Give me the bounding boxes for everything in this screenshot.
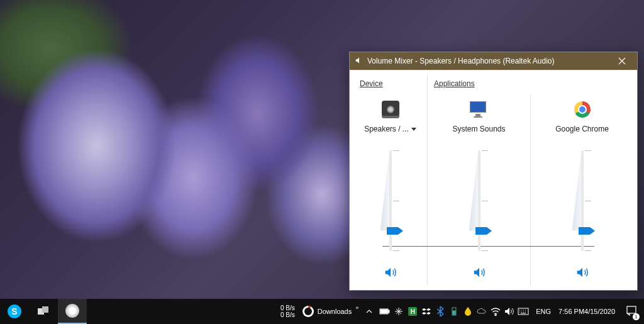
system-tray: H (376, 299, 532, 324)
svg-point-7 (495, 315, 496, 316)
tray-icon-h[interactable]: H (406, 299, 419, 324)
system-sounds-mute-button[interactable] (472, 260, 486, 285)
volume-icon[interactable] (503, 299, 516, 324)
applications-section: Applications System Sounds (428, 75, 633, 285)
language-indicator[interactable]: ENG (532, 299, 555, 324)
app-channel-chrome: Google Chrome (531, 94, 633, 285)
tray-icon-cloud[interactable] (475, 299, 488, 324)
chrome-volume-slider[interactable] (574, 150, 591, 251)
mixer-body: Device Speakers / ... (350, 70, 637, 290)
system-sounds-icon[interactable] (470, 97, 489, 122)
device-channel: Speakers / ... (353, 94, 427, 285)
clock[interactable]: 7:56 PM 4/15/2020 (555, 299, 619, 324)
svg-rect-9 (627, 306, 636, 313)
close-button[interactable] (609, 52, 635, 70)
network-speed-indicator[interactable]: 0 B/s 0 B/s (277, 299, 299, 324)
taskbar-app-2[interactable] (58, 299, 87, 324)
notifications-button[interactable]: 1 (619, 299, 644, 324)
titlebar[interactable]: Volume Mixer - Speakers / Headphones (Re… (350, 52, 637, 70)
svg-rect-3 (388, 310, 389, 313)
applications-section-label: Applications (428, 75, 633, 94)
wifi-icon[interactable] (489, 299, 502, 324)
system-sounds-volume-slider[interactable] (471, 150, 487, 251)
dropbox-icon[interactable] (420, 299, 433, 324)
window-title: Volume Mixer - Speakers / Headphones (Re… (367, 57, 555, 65)
device-volume-slider[interactable] (382, 150, 399, 251)
tray-icon-star[interactable] (392, 299, 405, 324)
volume-mixer-window: Volume Mixer - Speakers / Headphones (Re… (349, 52, 638, 291)
tray-icon-battery2[interactable] (448, 299, 460, 324)
taskbar-skype[interactable]: S (0, 299, 29, 324)
device-mute-button[interactable] (384, 260, 397, 285)
device-label[interactable]: Speakers / ... (364, 125, 416, 133)
device-section-label: Device (353, 75, 427, 94)
chevron-icon: » (355, 304, 358, 311)
taskbar: S 0 B/s 0 B/s Downloads » H ENG (0, 299, 644, 324)
taskbar-app-1[interactable] (29, 299, 58, 324)
chevron-down-icon (411, 128, 416, 131)
speaker-icon (355, 56, 364, 67)
tray-overflow[interactable] (362, 299, 376, 324)
battery-icon[interactable] (379, 299, 391, 324)
chrome-mute-button[interactable] (575, 260, 589, 285)
app-channel-system-sounds: System Sounds (428, 94, 531, 285)
app-label: Google Chrome (555, 125, 609, 133)
keyboard-icon[interactable] (517, 299, 530, 324)
svg-rect-4 (380, 310, 387, 313)
svg-rect-6 (453, 311, 455, 315)
bluetooth-icon[interactable] (434, 299, 447, 324)
device-section: Device Speakers / ... (353, 75, 428, 285)
device-icon[interactable] (382, 97, 399, 122)
volume-link-line (382, 246, 594, 247)
app-label: System Sounds (452, 125, 505, 133)
svg-rect-1 (42, 306, 48, 313)
downloads-indicator[interactable]: Downloads » (299, 299, 362, 324)
chrome-icon[interactable] (574, 97, 591, 122)
tray-icon-drop[interactable] (462, 299, 474, 324)
